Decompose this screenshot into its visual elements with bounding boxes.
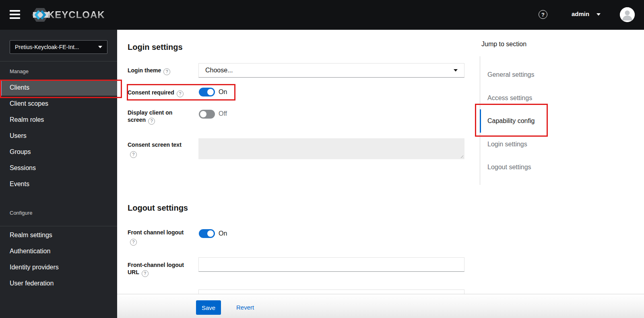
chevron-down-icon <box>454 69 458 72</box>
sidebar-nav: Pretius-Keycloak-FE-Int... Manage Client… <box>0 30 117 318</box>
jump-to-section-heading: Jump to section <box>481 41 526 48</box>
display-client-toggle[interactable] <box>199 110 215 119</box>
help-icon[interactable]: ? <box>130 151 137 158</box>
sidebar-item-users[interactable]: Users <box>0 128 117 144</box>
sidebar-item-authentication[interactable]: Authentication <box>0 243 117 259</box>
consent-screen-text-label: Consent screen text <box>128 141 182 148</box>
nav-section-label-configure: Configure <box>10 210 32 216</box>
sidebar-divider <box>0 61 117 62</box>
help-icon[interactable]: ? <box>539 10 547 19</box>
keycloak-admin-console: KEYCLOAK ? admin Pretius-Keycloak-FE-Int… <box>0 0 644 318</box>
jump-item-access-settings[interactable]: Access settings <box>487 93 532 103</box>
help-icon[interactable]: ? <box>177 90 184 97</box>
avatar[interactable] <box>620 7 635 22</box>
form-action-bar: Save Revert <box>117 294 644 318</box>
front-channel-logout-url-label: Front-channel logout URL? <box>128 261 184 277</box>
logout-settings-heading: Logout settings <box>128 203 188 213</box>
help-icon[interactable]: ? <box>130 239 137 246</box>
revert-link[interactable]: Revert <box>236 304 254 311</box>
front-channel-logout-label: Front channel logout <box>128 229 184 236</box>
sidebar-item-client-scopes[interactable]: Client scopes <box>0 96 117 112</box>
keycloak-logo[interactable]: KEYCLOAK <box>31 7 105 23</box>
main-content: Login settings Login theme? Choose... Co… <box>117 30 644 318</box>
realm-selector[interactable]: Pretius-Keycloak-FE-Int... <box>10 40 107 54</box>
jump-item-capability-config[interactable]: Capability config <box>487 116 535 126</box>
display-client-label: Display client on screen? <box>128 109 172 125</box>
jump-item-login-settings[interactable]: Login settings <box>487 140 527 149</box>
sidebar-item-realm-roles[interactable]: Realm roles <box>0 112 117 128</box>
resize-handle-icon[interactable] <box>460 154 463 158</box>
user-menu-caret-icon[interactable] <box>597 13 601 16</box>
front-channel-logout-url-input[interactable] <box>198 257 464 272</box>
login-theme-select[interactable]: Choose... <box>198 63 464 78</box>
sidebar-item-realm-settings[interactable]: Realm settings <box>0 227 117 243</box>
hamburger-menu-icon[interactable] <box>10 10 20 20</box>
front-channel-logout-state: On <box>219 230 227 237</box>
user-menu-label[interactable]: admin <box>572 10 589 17</box>
consent-required-toggle[interactable] <box>199 88 215 96</box>
sidebar-item-events[interactable]: Events <box>0 176 117 192</box>
jump-current-indicator <box>480 109 481 133</box>
consent-screen-text-textarea[interactable] <box>198 138 464 159</box>
top-bar: KEYCLOAK ? admin <box>0 0 644 30</box>
sidebar-item-user-federation[interactable]: User federation <box>0 275 117 291</box>
sidebar-divider <box>0 226 117 226</box>
nav-section-label-manage: Manage <box>10 68 29 74</box>
realm-selector-value: Pretius-Keycloak-FE-Int... <box>15 44 79 50</box>
help-icon[interactable]: ? <box>148 118 155 125</box>
display-client-state: Off <box>219 110 227 117</box>
jump-item-general-settings[interactable]: General settings <box>487 70 535 80</box>
sidebar-item-clients[interactable]: Clients <box>0 80 117 96</box>
sidebar-item-identity-providers[interactable]: Identity providers <box>0 259 117 275</box>
sidebar-item-sessions[interactable]: Sessions <box>0 160 117 176</box>
jump-item-logout-settings[interactable]: Logout settings <box>487 162 531 172</box>
login-theme-label: Login theme? <box>128 67 170 75</box>
help-icon[interactable]: ? <box>163 68 170 75</box>
consent-required-label: Consent required? <box>128 89 184 97</box>
save-button[interactable]: Save <box>196 300 221 315</box>
consent-required-state: On <box>219 88 227 96</box>
keycloak-logo-icon <box>31 7 50 23</box>
sidebar-item-groups[interactable]: Groups <box>0 144 117 160</box>
login-settings-heading: Login settings <box>128 43 183 52</box>
help-icon[interactable]: ? <box>142 270 149 277</box>
front-channel-logout-toggle[interactable] <box>199 229 215 238</box>
brand-text: KEYCLOAK <box>47 9 105 21</box>
chevron-down-icon <box>98 46 102 48</box>
login-theme-value: Choose... <box>205 67 233 74</box>
